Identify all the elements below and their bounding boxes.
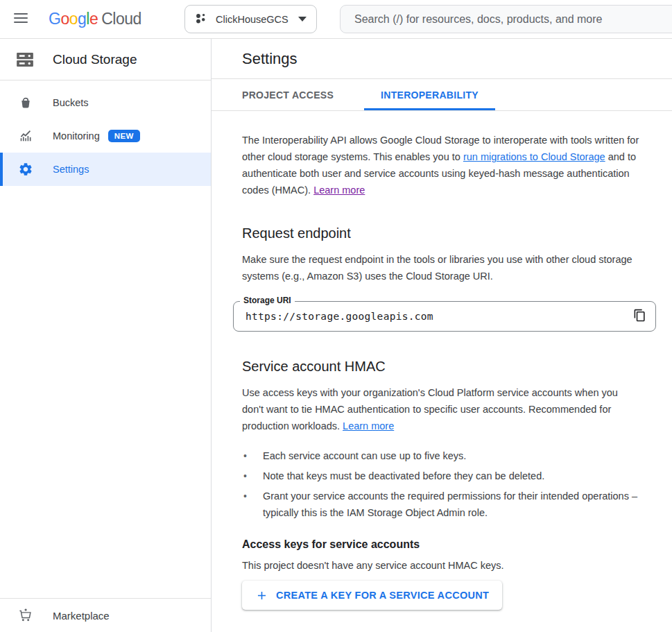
search-input[interactable] [354, 13, 672, 26]
sidebar-item-label: Buckets [53, 97, 89, 108]
create-key-button[interactable]: CREATE A KEY FOR A SERVICE ACCOUNT [242, 581, 502, 610]
hmac-learn-more-link[interactable]: Learn more [343, 420, 394, 432]
sidebar-product-header: Cloud Storage [0, 39, 211, 80]
monitoring-chart-icon [17, 128, 34, 144]
google-cloud-logo[interactable]: Google Cloud [49, 10, 141, 28]
access-keys-heading: Access keys for service accounts [242, 538, 641, 552]
chevron-down-icon [298, 14, 307, 24]
google-logo-wordmark: Google [49, 10, 98, 28]
tab-panel-interoperability: The Interoperability API allows Google C… [212, 111, 672, 610]
hmac-text: Use access keys with your organization's… [242, 387, 618, 432]
hamburger-icon [14, 13, 28, 25]
hmac-bullet: Grant your service accounts the required… [242, 488, 641, 521]
page-header: Settings [212, 39, 672, 79]
sidebar: Cloud Storage Buckets Monitoring NEW [0, 39, 212, 632]
request-endpoint-paragraph: Make sure the request endpoint in the to… [242, 251, 641, 284]
access-keys-empty-text: This project doesn't have any service ac… [242, 557, 641, 574]
sidebar-item-label: Marketplace [53, 610, 110, 622]
marketplace-cart-icon [17, 607, 34, 624]
top-bar: Google Cloud ClickHouseGCS [0, 0, 672, 39]
page-title: Settings [242, 50, 298, 68]
service-account-hmac-heading: Service account HMAC [242, 357, 641, 376]
sidebar-item-buckets[interactable]: Buckets [0, 86, 211, 119]
interoperability-learn-more-link[interactable]: Learn more [313, 185, 365, 196]
cloud-storage-icon [15, 49, 35, 70]
project-name: ClickHouseGCS [216, 14, 288, 25]
hmac-paragraph: Use access keys with your organization's… [242, 384, 641, 434]
project-switcher-icon [195, 12, 207, 26]
sidebar-item-marketplace[interactable]: Marketplace [0, 598, 211, 632]
sidebar-nav: Buckets Monitoring NEW Settings [0, 80, 211, 598]
sidebar-item-label: Settings [53, 164, 89, 175]
hmac-bullet: Each service account can use up to five … [242, 447, 641, 464]
search-box[interactable] [340, 5, 672, 33]
plus-icon [255, 589, 268, 602]
run-migrations-link[interactable]: run migrations to Cloud Storage [463, 151, 605, 162]
bucket-icon [17, 94, 34, 111]
tab-project-access[interactable]: PROJECT ACCESS [225, 79, 350, 110]
project-selector-button[interactable]: ClickHouseGCS [184, 5, 317, 33]
sidebar-item-settings[interactable]: Settings [0, 153, 211, 186]
storage-uri-label: Storage URI [240, 296, 295, 305]
app-shell: Cloud Storage Buckets Monitoring NEW [0, 39, 672, 632]
sidebar-item-monitoring[interactable]: Monitoring NEW [0, 119, 211, 153]
product-title: Cloud Storage [53, 52, 137, 67]
main-content: Settings PROJECT ACCESS INTEROPERABILITY… [212, 39, 672, 632]
copy-icon [633, 309, 646, 324]
copy-button[interactable] [626, 302, 653, 330]
gear-icon [17, 161, 34, 178]
storage-uri-field: Storage URI https://storage.googleapis.c… [233, 301, 656, 332]
hmac-bullet: Note that keys must be deactivated befor… [242, 468, 641, 484]
tab-bar: PROJECT ACCESS INTEROPERABILITY [212, 79, 672, 111]
logo-cloud-text: Cloud [101, 10, 141, 28]
intro-paragraph: The Interoperability API allows Google C… [242, 132, 641, 198]
create-key-button-label: CREATE A KEY FOR A SERVICE ACCOUNT [276, 590, 489, 601]
new-badge: NEW [108, 130, 140, 142]
tab-interoperability[interactable]: INTEROPERABILITY [364, 79, 495, 110]
request-endpoint-heading: Request endpoint [242, 223, 641, 243]
sidebar-item-label: Monitoring [53, 130, 100, 142]
hmac-bullet-list: Each service account can use up to five … [242, 447, 641, 521]
hamburger-menu-button[interactable] [4, 3, 37, 36]
storage-uri-value: https://storage.googleapis.com [234, 311, 626, 322]
